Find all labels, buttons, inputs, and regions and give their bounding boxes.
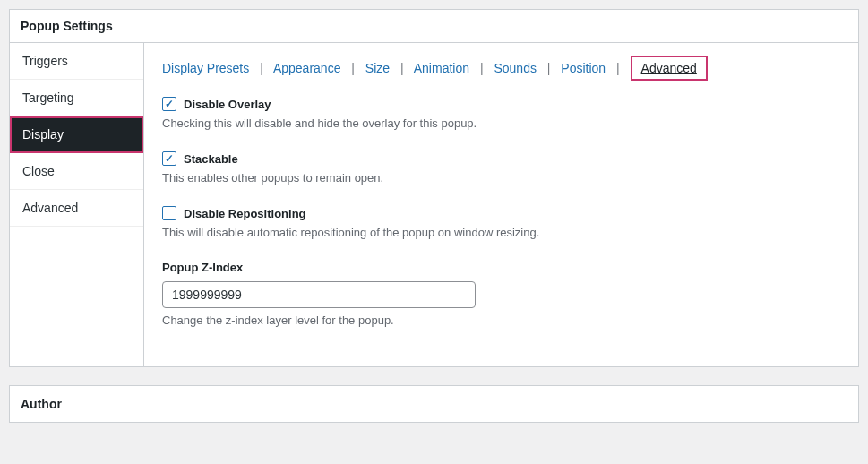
subtab-separator: | [351,61,355,75]
sidebar-item-targeting[interactable]: Targeting [10,80,143,116]
disable-repositioning-checkbox[interactable]: ✓ [162,206,176,220]
sidebar-item-label: Targeting [22,90,74,105]
sidebar-item-label: Triggers [22,54,68,68]
display-subtabs: Display Presets | Appearance | Size | An… [162,56,840,81]
option-zindex: Popup Z-Index Change the z-index layer l… [162,261,840,327]
option-disable-overlay: ✓ Disable Overlay Checking this will dis… [162,97,840,130]
checkmark-icon: ✓ [165,153,174,164]
stackable-checkbox[interactable]: ✓ [162,151,176,166]
disable-overlay-checkbox[interactable]: ✓ [162,97,176,111]
sidebar-item-label: Display [22,127,64,142]
sidebar-item-display[interactable]: Display [10,116,143,153]
sidebar-item-label: Close [22,164,55,178]
option-description: Checking this will disable and hide the … [162,116,840,130]
subtab-sounds[interactable]: Sounds [494,61,536,75]
sidebar-item-advanced[interactable]: Advanced [10,190,143,227]
option-label: Stackable [184,152,238,166]
subtab-separator: | [480,61,484,75]
option-stackable: ✓ Stackable This enables other popups to… [162,151,840,185]
subtab-advanced[interactable]: Advanced [641,61,697,75]
option-disable-repositioning: ✓ Disable Repositioning This will disabl… [162,206,840,239]
option-description: This enables other popups to remain open… [162,171,840,185]
popup-settings-panel: Popup Settings Triggers Targeting Displa… [9,9,859,367]
sidebar-item-triggers[interactable]: Triggers [10,43,143,80]
subtab-separator: | [547,61,551,75]
author-title: Author [10,386,858,422]
subtab-separator: | [616,61,620,75]
option-description: This will disable automatic repositionin… [162,226,840,239]
settings-content: Display Presets | Appearance | Size | An… [144,43,858,366]
subtab-separator: | [260,61,263,75]
settings-sidebar: Triggers Targeting Display Close Advance… [10,43,144,366]
zindex-input[interactable] [162,281,476,308]
subtab-position[interactable]: Position [561,61,606,75]
subtab-size[interactable]: Size [365,61,390,75]
sidebar-item-close[interactable]: Close [10,153,143,190]
panel-title: Popup Settings [10,10,858,43]
sidebar-item-label: Advanced [22,201,78,215]
panel-body: Triggers Targeting Display Close Advance… [10,43,858,366]
subtab-display-presets[interactable]: Display Presets [162,61,249,75]
option-description: Change the z-index layer level for the p… [162,314,840,327]
checkmark-icon: ✓ [165,99,174,109]
option-label: Disable Overlay [184,98,271,111]
subtab-separator: | [400,61,404,75]
zindex-label: Popup Z-Index [162,261,840,274]
subtab-animation[interactable]: Animation [414,61,469,75]
author-panel: Author [9,385,859,423]
subtab-active-highlight: Advanced [631,56,708,81]
option-label: Disable Repositioning [184,207,306,220]
subtab-appearance[interactable]: Appearance [273,61,341,75]
